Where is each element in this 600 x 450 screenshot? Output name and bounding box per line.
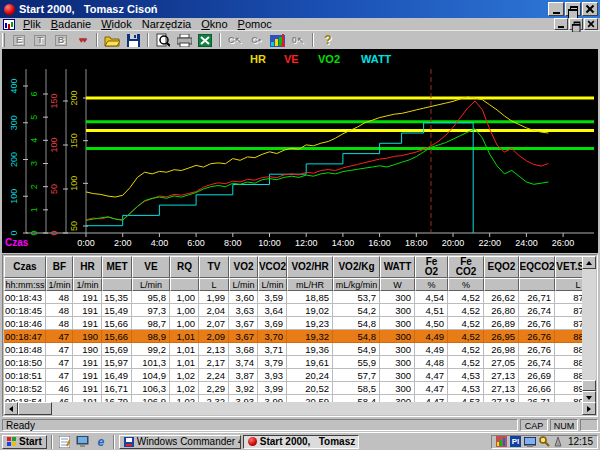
- table-row[interactable]: 00:18:544619116,79106,91,022,323,933,992…: [4, 395, 582, 402]
- table-row[interactable]: 00:18:464819115,6698,71,002,073,673,6919…: [4, 317, 582, 330]
- column-header-eqco2[interactable]: EQCO2: [519, 256, 555, 278]
- cursor-tool-2-button[interactable]: C▪: [246, 32, 266, 48]
- menu-item-plik[interactable]: Plik: [18, 18, 46, 31]
- table-row[interactable]: 00:18:484719015,6999,21,012,133,683,7119…: [4, 343, 582, 356]
- hscroll-thumb[interactable]: [18, 402, 52, 415]
- table-cell: 4,51: [415, 304, 448, 317]
- vertical-scrollbar[interactable]: [582, 256, 596, 404]
- table-row[interactable]: 00:18:514719116,49104,91,022,243,873,932…: [4, 369, 582, 382]
- x-axis-tick-label: 0:00: [77, 238, 95, 248]
- help-button[interactable]: ?: [318, 32, 338, 48]
- column-header-vo2kg[interactable]: VO2/Kg: [333, 256, 380, 278]
- start-button[interactable]: Start: [2, 435, 47, 449]
- quicklaunch-browser-button[interactable]: e: [93, 435, 109, 449]
- ve-axis-tick-label: 50: [49, 184, 59, 194]
- scroll-up-button[interactable]: [582, 256, 596, 269]
- mdi-minimize-button[interactable]: [554, 18, 568, 30]
- minimize-button[interactable]: [548, 2, 564, 16]
- vscroll-thumb[interactable]: [582, 380, 596, 391]
- table-row[interactable]: 00:18:474719015,6698,91,012,093,673,7019…: [4, 330, 582, 343]
- column-header-bf[interactable]: BF: [46, 256, 73, 278]
- quicklaunch-document-button[interactable]: [57, 435, 73, 449]
- scroll-left-button[interactable]: [4, 402, 18, 415]
- letter-b-icon: B: [55, 35, 68, 46]
- scroll-right-button[interactable]: [582, 402, 596, 415]
- table-cell: 26,76: [519, 317, 555, 330]
- mdi-document-icon[interactable]: [3, 19, 15, 30]
- table-cell: 1,02: [170, 395, 199, 402]
- tray-meter-icon[interactable]: [553, 436, 563, 447]
- minimize-icon: [558, 26, 564, 28]
- table-cell: 19,61: [287, 356, 333, 369]
- table-cell: 46: [46, 382, 73, 395]
- column-header-vco2[interactable]: VCO2: [258, 256, 287, 278]
- measurement-panel-button[interactable]: [267, 32, 287, 48]
- table-cell: 26,95: [484, 330, 519, 343]
- b-mode-button[interactable]: B: [51, 32, 71, 48]
- column-header-vo2hr[interactable]: VO2/HR: [287, 256, 333, 278]
- restore-button[interactable]: [565, 2, 581, 16]
- column-header-hr[interactable]: HR: [73, 256, 102, 278]
- cursor-tool-1-button[interactable]: C↖: [225, 32, 245, 48]
- print-preview-button[interactable]: [153, 32, 173, 48]
- column-header-vetsum[interactable]: VET.SUM: [555, 256, 582, 278]
- window-title: Start 2000, Tomasz Cisoń: [19, 3, 158, 15]
- column-header-rq[interactable]: RQ: [170, 256, 199, 278]
- table-cell: 191: [73, 356, 102, 369]
- table-cell: 881,2: [555, 330, 582, 343]
- table-row[interactable]: 00:18:504719115,97101,31,012,173,743,791…: [4, 356, 582, 369]
- table-cell: 1,01: [170, 330, 199, 343]
- tray-display-icon[interactable]: [524, 437, 536, 447]
- column-header-feco2[interactable]: Fe CO2: [448, 256, 484, 278]
- table-cell: 1,00: [170, 304, 199, 317]
- column-header-vo2[interactable]: VO2: [229, 256, 258, 278]
- table-cell: 3,93: [258, 369, 287, 382]
- column-header-tv[interactable]: TV: [199, 256, 229, 278]
- ergometer-mode-button[interactable]: E: [9, 32, 29, 48]
- table-row[interactable]: 00:18:524619116,71106,31,022,293,923,992…: [4, 382, 582, 395]
- close-icon: [586, 5, 594, 13]
- print-button[interactable]: [174, 32, 194, 48]
- horizontal-scrollbar[interactable]: [4, 402, 596, 415]
- table-cell: 300: [380, 304, 415, 317]
- table-cell: 20,24: [287, 369, 333, 382]
- column-header-eqo2[interactable]: EQO2: [484, 256, 519, 278]
- tray-magnifier-icon[interactable]: [539, 436, 550, 447]
- tray-chart-icon[interactable]: [496, 436, 507, 447]
- column-header-czas[interactable]: Czas: [4, 256, 46, 278]
- menu-item-badanie[interactable]: Badanie: [46, 18, 96, 31]
- task-button-windows-commander[interactable]: Windows Commander 4.51...: [119, 435, 241, 449]
- internet-explorer-icon: e: [97, 435, 104, 449]
- heart-button[interactable]: ♥♥: [72, 32, 92, 48]
- open-file-button[interactable]: [102, 32, 122, 48]
- x-axis-tick-label: 18:00: [405, 238, 428, 248]
- table-cell: 26,71: [519, 291, 555, 304]
- toolbar-grip[interactable]: [2, 33, 5, 47]
- task-button-start-2000[interactable]: Start 2000, Tomasz ...: [243, 435, 359, 449]
- table-row[interactable]: 00:18:454819115,4997,31,002,043,633,6419…: [4, 304, 582, 317]
- clock: 12:15: [566, 436, 593, 447]
- treadmill-mode-button[interactable]: T: [30, 32, 50, 48]
- chart-canvas[interactable]: 0100200300400012345605010015050100150200…: [2, 49, 598, 253]
- column-header-feo2[interactable]: Fe O2: [415, 256, 448, 278]
- zero-tool-button[interactable]: 0↖: [288, 32, 308, 48]
- menu-item-pomoc[interactable]: Pomoc: [233, 18, 277, 31]
- menu-item-narzdzia[interactable]: Narzędzia: [137, 18, 197, 31]
- quicklaunch-desktop-button[interactable]: [75, 435, 91, 449]
- mdi-close-button[interactable]: [584, 18, 598, 30]
- table-row[interactable]: 00:18:434819115,3595,81,001,993,603,5918…: [4, 291, 582, 304]
- task-label: Start 2000, Tomasz ...: [260, 436, 359, 447]
- mdi-restore-button[interactable]: [569, 18, 583, 30]
- menu-item-widok[interactable]: Widok: [96, 18, 137, 31]
- table-cell: 1,02: [170, 382, 199, 395]
- menu-item-okno[interactable]: Okno: [196, 18, 232, 31]
- save-button[interactable]: [123, 32, 143, 48]
- close-button[interactable]: [582, 2, 598, 16]
- column-header-met[interactable]: MET: [102, 256, 132, 278]
- column-header-watt[interactable]: WATT: [380, 256, 415, 278]
- export-excel-button[interactable]: [195, 32, 215, 48]
- table-cell: 3,93: [229, 395, 258, 402]
- keyboard-language-indicator[interactable]: Pl: [510, 436, 521, 447]
- table-cell: 26,71: [519, 395, 555, 402]
- column-header-ve[interactable]: VE: [132, 256, 170, 278]
